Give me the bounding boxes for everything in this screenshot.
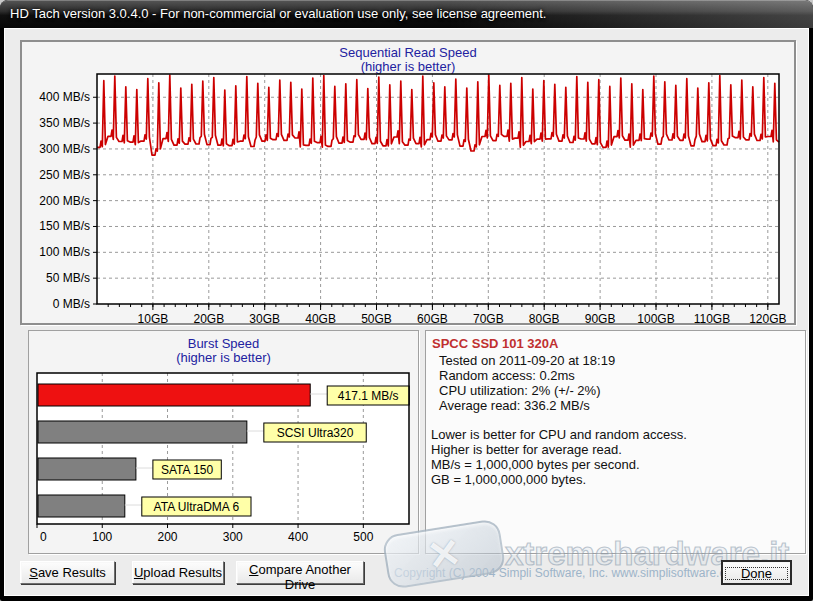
svg-text:SATA 150: SATA 150 (161, 463, 214, 477)
svg-text:300 MB/s: 300 MB/s (39, 142, 90, 156)
burst-speed-panel: Burst Speed (higher is better) 417.1 MB/… (28, 330, 419, 554)
svg-text:350 MB/s: 350 MB/s (39, 116, 90, 130)
svg-text:120GB: 120GB (749, 312, 786, 323)
note-line: Lower is better for CPU and random acces… (431, 427, 805, 442)
svg-text:20GB: 20GB (193, 312, 224, 323)
svg-text:0: 0 (40, 530, 47, 544)
compare-another-drive-button[interactable]: Compare Another Drive (236, 561, 364, 584)
svg-text:200: 200 (158, 530, 178, 544)
svg-text:400 MB/s: 400 MB/s (39, 90, 90, 104)
svg-text:40GB: 40GB (305, 312, 336, 323)
svg-text:300: 300 (223, 530, 243, 544)
drive-info-panel: SPCC SSD 101 320A Tested on 2011-09-20 a… (425, 330, 806, 554)
sequential-read-chart: 400 MB/s350 MB/s300 MB/s250 MB/s200 MB/s… (22, 42, 794, 323)
chart-notes: Lower is better for CPU and random acces… (426, 427, 805, 487)
svg-text:50 MB/s: 50 MB/s (46, 271, 90, 285)
svg-text:50GB: 50GB (361, 312, 392, 323)
drive-stat-line: Average read: 336.2 MB/s (439, 398, 805, 413)
app-window: HD Tach version 3.0.4.0 - For non-commer… (0, 0, 813, 601)
svg-text:SCSI Ultra320: SCSI Ultra320 (277, 426, 354, 440)
drive-name: SPCC SSD 101 320A (432, 336, 805, 351)
svg-text:500: 500 (353, 530, 373, 544)
svg-text:200 MB/s: 200 MB/s (39, 194, 90, 208)
drive-stat-line: CPU utilization: 2% (+/- 2%) (439, 383, 805, 398)
svg-text:150 MB/s: 150 MB/s (39, 219, 90, 233)
svg-text:80GB: 80GB (529, 312, 560, 323)
svg-text:60GB: 60GB (417, 312, 448, 323)
svg-text:10GB: 10GB (138, 312, 169, 323)
drive-stat-line: Tested on 2011-09-20 at 18:19 (439, 353, 805, 368)
note-line: GB = 1,000,000,000 bytes. (431, 472, 805, 487)
svg-text:110GB: 110GB (694, 312, 730, 323)
copyright-text: Copyright (C) 2004 Simpli Software, Inc.… (394, 566, 724, 580)
svg-text:417.1 MB/s: 417.1 MB/s (338, 389, 399, 403)
drive-stat-line: Random access: 0.2ms (439, 368, 805, 383)
svg-text:0 MB/s: 0 MB/s (53, 297, 90, 311)
svg-text:70GB: 70GB (473, 312, 504, 323)
svg-text:100: 100 (92, 530, 112, 544)
note-line: Higher is better for average read. (431, 442, 805, 457)
save-results-button[interactable]: Save Results (20, 561, 115, 584)
burst-speed-chart: 417.1 MB/sSCSI Ultra320SATA 150ATA Ultra… (29, 331, 418, 553)
svg-text:ATA UltraDMA 6: ATA UltraDMA 6 (154, 500, 240, 514)
client-area: Sequential Read Speed (higher is better)… (4, 28, 809, 596)
svg-text:100 MB/s: 100 MB/s (39, 245, 90, 259)
note-line: MB/s = 1,000,000 bytes per second. (431, 457, 805, 472)
done-label: Done (723, 565, 790, 582)
save-results-label: Save Results (21, 565, 114, 580)
svg-text:30GB: 30GB (249, 312, 280, 323)
svg-text:400: 400 (288, 530, 308, 544)
upload-results-label: Upload Results (133, 565, 223, 580)
done-button[interactable]: Done (722, 561, 791, 584)
svg-text:100GB: 100GB (637, 312, 674, 323)
svg-text:250 MB/s: 250 MB/s (39, 168, 90, 182)
svg-text:90GB: 90GB (585, 312, 616, 323)
sequential-read-panel: Sequential Read Speed (higher is better)… (20, 40, 796, 325)
title-bar[interactable]: HD Tach version 3.0.4.0 - For non-commer… (0, 0, 813, 28)
upload-results-button[interactable]: Upload Results (132, 561, 224, 584)
window-title: HD Tach version 3.0.4.0 - For non-commer… (10, 6, 546, 21)
compare-another-drive-label: Compare Another Drive (237, 562, 363, 592)
drive-stats: Tested on 2011-09-20 at 18:19Random acce… (426, 353, 805, 413)
